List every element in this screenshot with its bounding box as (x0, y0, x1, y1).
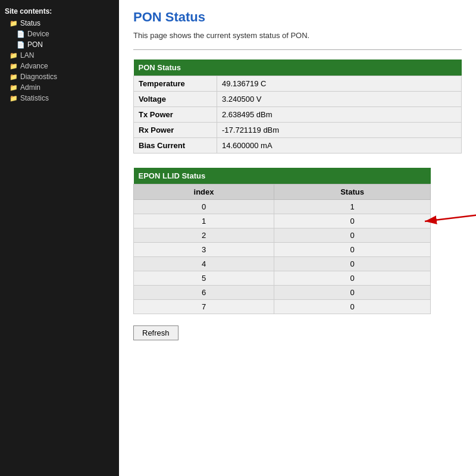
folder-icon: 📁 (10, 52, 18, 60)
column-header-row: index Status (134, 184, 431, 200)
index-cell: 4 (134, 257, 274, 271)
page-title: PON Status (133, 10, 462, 25)
status-cell: 0 (274, 300, 431, 314)
table-row: 3 0 (134, 243, 431, 257)
epon-table-wrapper: EPON LLID Status index Status 0 1 1 0 2 … (133, 168, 431, 324)
folder-icon: 📁 (10, 84, 18, 92)
table-row: 4 0 (134, 257, 431, 271)
sidebar-item-label: PON (27, 40, 43, 49)
pon-status-table: PON Status Temperature 49.136719 C Volta… (133, 60, 462, 154)
status-cell: 0 (274, 286, 431, 300)
index-cell: 0 (134, 200, 274, 214)
row-value: 14.600000 mA (217, 138, 462, 154)
folder-icon: 📁 (10, 62, 18, 70)
folder-icon: 📁 (10, 95, 18, 102)
table-row: Rx Power -17.721119 dBm (134, 123, 462, 138)
sidebar-item-label: Advance (20, 62, 48, 70)
status-cell: 0 (274, 228, 431, 243)
status-cell: 0 (274, 271, 431, 286)
row-label: Rx Power (134, 123, 217, 138)
col-status-header: Status (274, 184, 431, 200)
col-index-header: index (134, 184, 274, 200)
table-row: Voltage 3.240500 V (134, 92, 462, 107)
row-label: Tx Power (134, 107, 217, 123)
table-row: 5 0 (134, 271, 431, 286)
sidebar-item-diagnostics[interactable]: 📁 Diagnostics (0, 71, 119, 82)
sidebar-item-pon[interactable]: 📄 PON (0, 39, 119, 50)
row-label: Bias Current (134, 138, 217, 154)
row-value: 49.136719 C (217, 76, 462, 92)
status-cell: 1 (274, 200, 431, 214)
index-cell: 7 (134, 300, 274, 314)
index-cell: 3 (134, 243, 274, 257)
refresh-button[interactable]: Refresh (133, 325, 178, 340)
table-row: 2 0 (134, 228, 431, 243)
sidebar-item-admin[interactable]: 📁 Admin (0, 82, 119, 93)
sidebar-item-label: Statistics (20, 94, 49, 102)
table-row: 6 0 (134, 286, 431, 300)
status-cell: 0 (274, 214, 431, 228)
row-label: Voltage (134, 92, 217, 107)
table-row: 7 0 (134, 300, 431, 314)
table-row: 1 0 (134, 214, 431, 228)
folder-icon: 📁 (10, 73, 18, 81)
sidebar-item-status[interactable]: 📁 Status (0, 18, 119, 29)
pon-table-header: PON Status (134, 60, 462, 76)
row-value: -17.721119 dBm (217, 123, 462, 138)
sidebar-item-label: Admin (20, 83, 40, 92)
sidebar-item-label: LAN (20, 51, 34, 60)
sidebar-item-device[interactable]: 📄 Device (0, 29, 119, 39)
page-icon: 📄 (17, 30, 25, 38)
table-row: Tx Power 2.638495 dBm (134, 107, 462, 123)
table-row: Temperature 49.136719 C (134, 76, 462, 92)
epon-llid-table: EPON LLID Status index Status 0 1 1 0 2 … (133, 168, 431, 314)
folder-icon: 📁 (10, 20, 18, 27)
status-cell: 0 (274, 243, 431, 257)
table-row: Bias Current 14.600000 mA (134, 138, 462, 154)
index-cell: 5 (134, 271, 274, 286)
svg-line-1 (425, 214, 476, 221)
sidebar-item-lan[interactable]: 📁 LAN (0, 50, 119, 61)
divider (133, 49, 462, 50)
index-cell: 6 (134, 286, 274, 300)
table-row: 0 1 (134, 200, 431, 214)
sidebar-item-statistics[interactable]: 📁 Statistics (0, 93, 119, 104)
sidebar: Site contents: 📁 Status 📄 Device 📄 PON 📁… (0, 0, 119, 476)
sidebar-header: Site contents: (0, 5, 119, 18)
sidebar-item-label: Device (27, 30, 49, 38)
status-cell: 0 (274, 257, 431, 271)
page-description: This page shows the current system statu… (133, 31, 462, 40)
row-value: 3.240500 V (217, 92, 462, 107)
sidebar-item-label: Status (20, 19, 40, 27)
index-cell: 2 (134, 228, 274, 243)
epon-table-header: EPON LLID Status (134, 168, 431, 184)
index-cell: 1 (134, 214, 274, 228)
row-value: 2.638495 dBm (217, 107, 462, 123)
sidebar-item-advance[interactable]: 📁 Advance (0, 61, 119, 71)
sidebar-item-label: Diagnostics (20, 73, 57, 81)
main-content: PON Status This page shows the current s… (119, 0, 476, 476)
page-icon: 📄 (17, 41, 25, 49)
row-label: Temperature (134, 76, 217, 92)
